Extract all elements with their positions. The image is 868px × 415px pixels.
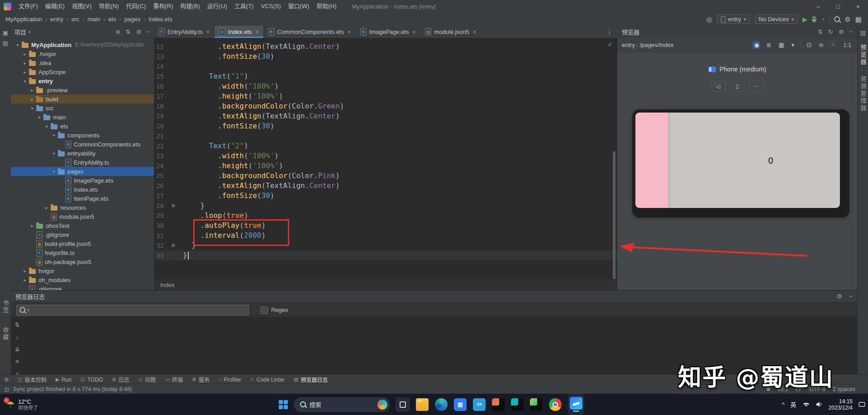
scroll-to-end-icon[interactable]: ⇊	[15, 346, 20, 353]
toolwindow-run[interactable]: ▶Run	[56, 377, 72, 383]
search-everywhere-icon[interactable]	[834, 16, 840, 22]
tree-item--gitignore[interactable]: ≡.gitignore	[11, 230, 154, 239]
run-button[interactable]: ▶	[802, 16, 807, 23]
toolwindow-日志[interactable]: ≣日志	[112, 376, 129, 383]
orientation-button[interactable]: ▯	[730, 81, 744, 92]
tree-item--idea[interactable]: ▸.idea	[11, 58, 154, 67]
toolwindow-终端[interactable]: ▭终端	[165, 376, 183, 383]
weather-widget[interactable]: ☂1 12°C 雨快停了	[6, 394, 38, 415]
expand-arrow-icon[interactable]: ▸	[22, 70, 28, 75]
code-line-20[interactable]: 20 .fontSize(30)	[154, 121, 617, 131]
volume-icon[interactable]	[816, 401, 823, 407]
toolwindow-预览器日志[interactable]: ▤预览器日志	[294, 376, 328, 383]
inspect-eye-icon[interactable]: ◉	[753, 41, 760, 49]
structure-tool-icon[interactable]: ▤	[0, 40, 11, 47]
log-settings-icon[interactable]: ⚙	[837, 293, 842, 300]
log-menu-icon[interactable]: ≡	[15, 358, 19, 365]
expand-arrow-icon[interactable]: ▸	[29, 223, 35, 228]
code-line-13[interactable]: 13 .fontSize(30)	[154, 52, 617, 61]
jetbrains-ide-3-taskbar-button[interactable]	[530, 394, 543, 415]
close-icon[interactable]: ×	[473, 29, 476, 35]
menu-item[interactable]: 编辑(E)	[42, 0, 68, 13]
close-button[interactable]: ×	[848, 0, 868, 13]
hidden-tabs-icon[interactable]: ⋮	[602, 26, 617, 38]
expand-arrow-icon[interactable]: ▸	[22, 61, 28, 66]
close-icon[interactable]: ×	[256, 29, 259, 35]
tab-previewer[interactable]: 预览器	[859, 44, 868, 66]
action-center-icon[interactable]	[858, 401, 865, 408]
menu-item[interactable]: 工具(T)	[231, 0, 258, 13]
tree-item-src[interactable]: ▾src	[11, 104, 154, 113]
editor-breadcrumb-item[interactable]: Index	[160, 282, 175, 288]
toolwindow-todo[interactable]: ☑TODO	[81, 377, 103, 383]
zoom-out-icon[interactable]: ⊖	[817, 41, 825, 49]
settings-gear-icon[interactable]: ⚙	[844, 16, 850, 23]
component-tree-icon[interactable]: ≣	[765, 41, 773, 49]
fold-icon[interactable]: ⊟	[164, 241, 183, 250]
menu-item[interactable]: 运行(U)	[204, 0, 231, 13]
project-tool-icon[interactable]: ▣	[0, 29, 11, 36]
menu-item[interactable]: 文件(F)	[15, 0, 42, 13]
tree-item-index-ets[interactable]: EIndex.ets	[11, 185, 154, 194]
code-line-21[interactable]: 21	[154, 131, 617, 141]
code-line-23[interactable]: 23 .width('100%')	[154, 151, 617, 161]
expand-arrow-icon[interactable]: ▸	[22, 269, 28, 274]
tree-item-hvigorfile-ts[interactable]: Thvigorfile.ts	[11, 248, 154, 257]
tree-item-appscope[interactable]: ▸AppScope	[11, 67, 154, 76]
tab-index-ets[interactable]: EIndex.ets×	[215, 26, 264, 38]
code-line-27[interactable]: 27 .fontSize(30)	[154, 191, 617, 201]
fit-frame-icon[interactable]: ⊡	[805, 41, 813, 49]
tree-item-resources[interactable]: ▸resources	[11, 203, 154, 212]
tree-item-oh-package-json5[interactable]: {}oh-package.json5	[11, 257, 154, 266]
expand-arrow-icon[interactable]: ▾	[51, 133, 57, 138]
task-view-taskbar-button[interactable]	[396, 394, 410, 415]
wifi-icon[interactable]	[802, 401, 810, 407]
code-line-18[interactable]: 18 .backgroundColor(Color.Green)	[154, 101, 617, 111]
tree-item-oh-modules[interactable]: ▸oh_modules	[11, 275, 154, 284]
status-icon[interactable]: ⊡	[5, 386, 9, 393]
breadcrumb-item[interactable]: main	[87, 16, 100, 23]
tool-windows-button[interactable]: ⊞	[5, 377, 9, 382]
tree-item-build[interactable]: ▸build	[11, 94, 154, 104]
tab-imagepage-ets[interactable]: EImagePage.ets×	[356, 26, 420, 38]
toolwindow-code-linter[interactable]: ✓Code Linter	[250, 377, 285, 383]
close-icon[interactable]: ×	[348, 29, 351, 35]
wrap-lines-icon[interactable]: ⇅	[15, 321, 20, 328]
expand-arrow-icon[interactable]: ▸	[22, 278, 28, 283]
tree-item-myapplication[interactable]: ▾MyApplicationE:\HarmonyOS\MyApplicatio	[11, 40, 154, 49]
back-button[interactable]: ◁	[711, 81, 725, 92]
tree-item-ohostest[interactable]: ▸ohosTest	[11, 221, 154, 230]
toolwindow-profiler[interactable]: ◔Profiler	[219, 377, 241, 383]
code-line-24[interactable]: 24 .height('100%')	[154, 161, 617, 171]
breadcrumb-item[interactable]: pages	[124, 16, 140, 23]
tree-item-itempage-ets[interactable]: EItemPage.ets	[11, 194, 154, 203]
tree-item--gitignore[interactable]: ≡.gitignore	[11, 284, 154, 290]
tree-item-entry[interactable]: ▾entry	[11, 76, 154, 85]
edit-icon[interactable]: ✎	[830, 41, 837, 49]
collapse-all-icon[interactable]: ⇅	[126, 28, 131, 35]
code-line-25[interactable]: 25 .backgroundColor(Color.Pink)	[154, 171, 617, 181]
grid-view-icon[interactable]: ▦	[777, 41, 785, 49]
hide-panel-icon[interactable]: −	[849, 28, 853, 35]
clock[interactable]: 14:15 2023/12/4	[829, 398, 853, 411]
tree-item-commoncomponents-ets[interactable]: ECommonComponents.ets	[11, 140, 154, 149]
jetbrains-ide-1-taskbar-button[interactable]	[492, 394, 505, 415]
code-line-14[interactable]: 14	[154, 61, 617, 71]
project-panel-title[interactable]: 项目	[14, 28, 26, 36]
expand-arrow-icon[interactable]: ▾	[51, 151, 57, 156]
code-line-16[interactable]: 16 .width('100%')	[154, 81, 617, 91]
expand-arrow-icon[interactable]: ▸	[22, 52, 28, 57]
jetbrains-ide-2-taskbar-button[interactable]	[511, 394, 524, 415]
tree-item-build-profile-json5[interactable]: {}build-profile.json5	[11, 239, 154, 248]
sort-icon[interactable]: ⇅	[818, 28, 823, 35]
tab-resource-manager[interactable]: 资源管理器	[859, 76, 868, 112]
toolwindow-服务[interactable]: ⚙服务	[192, 376, 210, 383]
expand-arrow-icon[interactable]: ▾	[29, 106, 35, 111]
device-manager-icon[interactable]: ◎	[706, 16, 712, 23]
menu-item[interactable]: VCS(S)	[257, 0, 284, 13]
menu-item[interactable]: 构建(B)	[176, 0, 203, 13]
code-line-26[interactable]: 26 .textAlign(TextAlign.Center)	[154, 181, 617, 191]
taskbar-search[interactable]: 搜索	[294, 397, 390, 412]
expand-arrow-icon[interactable]: ▸	[43, 205, 50, 210]
tree-item-hvigor[interactable]: ▸hvigor	[11, 266, 154, 275]
